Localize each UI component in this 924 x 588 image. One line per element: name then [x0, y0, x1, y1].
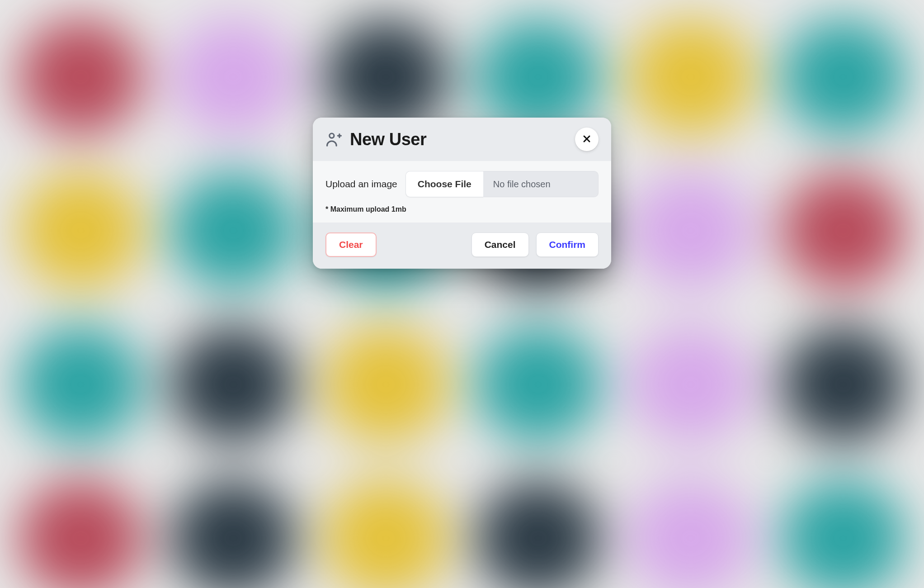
- svg-point-0: [330, 133, 334, 138]
- new-user-modal: New User Upload an image Choose File No …: [313, 118, 611, 269]
- close-icon: [581, 133, 592, 146]
- modal-footer: Clear Cancel Confirm: [313, 223, 611, 269]
- modal-header-left: New User: [325, 130, 426, 149]
- modal-body: Upload an image Choose File No file chos…: [313, 161, 611, 223]
- upload-label: Upload an image: [325, 179, 397, 190]
- user-plus-icon: [325, 131, 342, 148]
- confirm-button[interactable]: Confirm: [536, 232, 599, 257]
- file-status: No file chosen: [483, 171, 599, 197]
- modal-header: New User: [313, 118, 611, 161]
- close-button[interactable]: [575, 128, 599, 151]
- choose-file-button[interactable]: Choose File: [405, 171, 483, 197]
- clear-button[interactable]: Clear: [325, 232, 377, 257]
- modal-overlay: New User Upload an image Choose File No …: [0, 0, 924, 588]
- file-input-group: Choose File No file chosen: [405, 171, 599, 197]
- modal-title: New User: [350, 130, 426, 149]
- upload-row: Upload an image Choose File No file chos…: [325, 171, 599, 197]
- upload-hint: * Maximum upload 1mb: [325, 205, 599, 213]
- cancel-button[interactable]: Cancel: [471, 232, 529, 257]
